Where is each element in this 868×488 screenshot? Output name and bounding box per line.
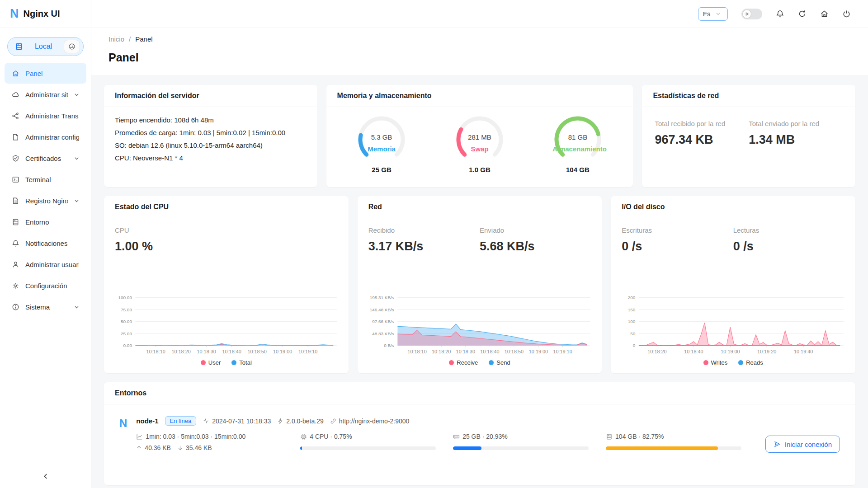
svg-text:10:18:20: 10:18:20 bbox=[171, 349, 190, 354]
svg-text:10:18:30: 10:18:30 bbox=[456, 349, 475, 354]
cpu-status-title: Estado del CPU bbox=[104, 196, 349, 218]
node-cpu-column: 4 CPU · 0.75% bbox=[300, 433, 441, 450]
reload-icon bbox=[798, 9, 807, 18]
arrow-down-icon bbox=[177, 445, 183, 451]
logout-button[interactable] bbox=[842, 9, 851, 18]
writes-stat: Escrituras 0 /s bbox=[622, 226, 733, 253]
home-button[interactable] bbox=[820, 9, 829, 18]
gauge-label: Swap bbox=[454, 145, 505, 153]
legend-user[interactable]: User bbox=[201, 359, 221, 366]
sidebar-item-administrar-usuari[interactable]: Administrar usuari… bbox=[5, 254, 86, 275]
uptime-line: Tiempo encendido: 108d 6h 48m bbox=[115, 116, 307, 124]
svg-text:0 B/s: 0 B/s bbox=[384, 343, 394, 348]
svg-text:75.00: 75.00 bbox=[121, 307, 132, 312]
language-select[interactable]: Es bbox=[698, 7, 728, 21]
legend-writes[interactable]: Writes bbox=[703, 359, 728, 366]
sidebar-item-registro-nginx[interactable]: Registro Nginx bbox=[5, 190, 86, 211]
sidebar-item-administrar-trans[interactable]: Administrar Trans… bbox=[5, 105, 86, 126]
svg-text:10:19:10: 10:19:10 bbox=[298, 349, 317, 354]
svg-text:100: 100 bbox=[628, 319, 636, 324]
node-name: node-1 bbox=[136, 417, 158, 425]
legend-receive[interactable]: Receive bbox=[449, 359, 478, 366]
gear-icon bbox=[12, 282, 19, 290]
cpu-line: CPU: Neoverse-N1 * 4 bbox=[115, 154, 307, 162]
sidebar-item-sistema[interactable]: Sistema bbox=[5, 296, 86, 317]
svg-text:150: 150 bbox=[628, 307, 636, 312]
memory-storage-title: Memoria y almacenamiento bbox=[326, 85, 633, 107]
sidebar-collapse-button[interactable] bbox=[0, 466, 91, 488]
svg-text:0.00: 0.00 bbox=[123, 343, 132, 348]
sidebar-item-administrar-sitios[interactable]: Administrar sitios bbox=[5, 84, 86, 105]
cloud-icon bbox=[12, 91, 19, 99]
filetext-icon bbox=[12, 197, 19, 205]
network-chart: 195.31 KB/s146.48 KB/s97.66 KB/s48.83 KB… bbox=[368, 294, 591, 357]
net-received-value: 967.34 KB bbox=[655, 133, 749, 147]
refresh-button[interactable] bbox=[798, 9, 807, 18]
language-value: Es bbox=[703, 10, 710, 18]
sidebar-menu: PanelAdministrar sitiosAdministrar Trans… bbox=[0, 60, 91, 320]
environment-switcher[interactable]: Local bbox=[7, 37, 84, 56]
svg-text:10:19:20: 10:19:20 bbox=[757, 349, 776, 354]
sidebar-item-label: Notificaciones bbox=[25, 239, 67, 247]
legend-reads[interactable]: Reads bbox=[738, 359, 763, 366]
page-title: Panel bbox=[108, 51, 851, 64]
reads-value: 0 /s bbox=[733, 239, 844, 253]
sidebar-item-panel[interactable]: Panel bbox=[5, 63, 86, 84]
node-disk-progressbar bbox=[606, 446, 741, 450]
gauge-swap: 281 MBSwap1.0 GB bbox=[450, 114, 509, 174]
app-title: Nginx UI bbox=[24, 9, 60, 19]
app-logo: N Nginx UI bbox=[0, 0, 91, 28]
node-version: 2.0.0-beta.29 bbox=[277, 418, 324, 425]
sidebar-item-label: Administrar usuari… bbox=[25, 261, 79, 268]
chevron-left-icon bbox=[42, 473, 49, 480]
server-info-title: Información del servidor bbox=[104, 85, 317, 107]
svg-text:146.48 KB/s: 146.48 KB/s bbox=[369, 307, 394, 312]
gauge-memoria: 5.3 GBMemoria25 GB bbox=[352, 114, 411, 174]
sidebar-item-notificaciones[interactable]: Notificaciones bbox=[5, 233, 86, 253]
cpu-stat-value: 1.00 % bbox=[115, 239, 226, 253]
node-cpu-label: 4 CPU · 0.75% bbox=[300, 433, 441, 440]
sidebar-item-label: Certificados bbox=[25, 155, 61, 162]
connect-button[interactable]: Iniciar conexión bbox=[765, 436, 840, 453]
gauge-almacenamiento: 81 GBAlmacenamiento104 GB bbox=[548, 114, 607, 174]
sidebar-item-certificados[interactable]: Certificados bbox=[5, 148, 86, 169]
net-received-label: Total recibido por la red bbox=[655, 120, 749, 127]
info-icon bbox=[12, 303, 19, 311]
breadcrumb-separator: / bbox=[129, 35, 131, 43]
sidebar-item-label: Sistema bbox=[25, 303, 50, 311]
environment-dashboard-button[interactable] bbox=[64, 40, 80, 53]
os-line: SO: debian 12.6 (linux 5.10.0-15-arm64 a… bbox=[115, 141, 307, 149]
environments-card: Entornos N node-1 En línea 2024-07-31 10… bbox=[104, 382, 855, 485]
sent-stat: Enviado 5.68 KB/s bbox=[480, 226, 591, 253]
sidebar-item-terminal[interactable]: Terminal bbox=[5, 169, 86, 190]
disk-chart: 20015010050010:18:2010:18:4010:19:0010:1… bbox=[622, 294, 844, 357]
theme-knob bbox=[743, 10, 751, 18]
sidebar-item-entorno[interactable]: Entorno bbox=[5, 211, 86, 232]
svg-text:50.00: 50.00 bbox=[121, 319, 132, 324]
theme-toggle[interactable] bbox=[741, 9, 762, 19]
legend-total[interactable]: Total bbox=[231, 359, 251, 366]
node-memory-column: 25 GB · 20.93% bbox=[453, 433, 594, 450]
page-head: Inicio / Panel Panel bbox=[91, 28, 868, 75]
node-disk-column: 104 GB · 82.75% bbox=[606, 433, 747, 450]
cpu-stat-label: CPU bbox=[115, 226, 226, 234]
legend-send[interactable]: Send bbox=[489, 359, 510, 366]
gauge-total: 104 GB bbox=[548, 166, 607, 174]
sidebar-item-label: Panel bbox=[25, 70, 42, 77]
node-url[interactable]: http://nginx-demo-2:9000 bbox=[330, 418, 410, 425]
cpu-icon bbox=[300, 433, 307, 440]
sidebar-item-label: Terminal bbox=[25, 176, 51, 183]
sidebar-item-administrar-config[interactable]: Administrar config… bbox=[5, 127, 86, 147]
breadcrumb-current: Panel bbox=[135, 35, 152, 43]
svg-text:195.31 KB/s: 195.31 KB/s bbox=[369, 295, 394, 300]
link-icon bbox=[330, 418, 336, 424]
sidebar-item-configuración[interactable]: Configuración bbox=[5, 275, 86, 296]
nginx-logo-icon: N bbox=[10, 8, 19, 20]
node-traffic: 40.36 KB 35.46 KB bbox=[136, 444, 288, 451]
notifications-button[interactable] bbox=[776, 9, 784, 18]
breadcrumb-home[interactable]: Inicio bbox=[108, 35, 124, 43]
svg-text:10:18:10: 10:18:10 bbox=[146, 349, 165, 354]
line-chart-icon bbox=[136, 433, 143, 440]
chevron-down-icon bbox=[74, 305, 79, 310]
user-icon bbox=[12, 261, 19, 268]
